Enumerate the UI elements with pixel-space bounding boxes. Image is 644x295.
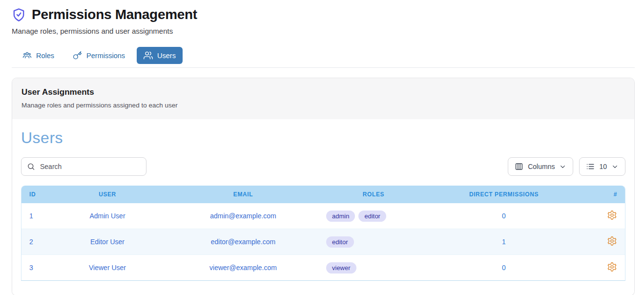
- cell-id: 1: [21, 203, 47, 229]
- chevron-down-icon: [611, 163, 619, 170]
- users-icon: [144, 51, 153, 60]
- page-title: Permissions Management: [32, 7, 197, 22]
- table-header-row: ID USER EMAIL ROLES DIRECT PERMISSIONS #: [21, 186, 625, 203]
- tab-roles[interactable]: Roles: [16, 47, 61, 64]
- cell-direct-permissions: 1: [429, 229, 579, 255]
- role-badge: viewer: [326, 262, 356, 274]
- tab-label: Roles: [36, 52, 54, 60]
- cell-user: Viewer User: [47, 255, 168, 280]
- user-assignments-card: User Assignments Manage roles and permis…: [12, 78, 635, 295]
- column-header-id: ID: [21, 186, 47, 203]
- card-subtitle: Manage roles and permissions assigned to…: [21, 102, 625, 109]
- cell-roles: viewer: [318, 255, 429, 280]
- table-row: 3 Viewer User viewer@example.com viewer …: [21, 255, 625, 280]
- column-header-direct-permissions: DIRECT PERMISSIONS: [429, 186, 579, 203]
- columns-button[interactable]: Columns: [508, 157, 573, 176]
- cell-user: Editor User: [47, 229, 168, 255]
- card-header: User Assignments Manage roles and permis…: [12, 78, 634, 119]
- page-header: Permissions Management: [12, 7, 635, 22]
- role-badge: editor: [326, 236, 354, 248]
- tab-label: Permissions: [86, 52, 125, 60]
- gear-icon: [607, 210, 617, 220]
- shield-check-icon: [12, 8, 26, 22]
- cell-user: Admin User: [47, 203, 168, 229]
- tab-label: Users: [157, 52, 176, 60]
- search-icon: [27, 163, 35, 171]
- role-badge: admin: [326, 211, 355, 222]
- page-subtitle: Manage roles, permissions and user assig…: [12, 27, 635, 35]
- table-row: 1 Admin User admin@example.com adminedit…: [21, 203, 625, 229]
- permissions-management-page: Permissions Management Manage roles, per…: [0, 0, 644, 295]
- columns-icon: [515, 162, 523, 171]
- cell-roles: admineditor: [318, 203, 429, 229]
- gear-icon: [607, 262, 617, 272]
- page-size-value: 10: [599, 163, 607, 170]
- cell-roles: editor: [318, 229, 429, 255]
- cell-email: viewer@example.com: [168, 255, 318, 280]
- cell-email: admin@example.com: [168, 203, 318, 229]
- cell-direct-permissions: 0: [429, 255, 579, 280]
- users-table-container: ID USER EMAIL ROLES DIRECT PERMISSIONS #…: [21, 186, 625, 281]
- cell-id: 3: [21, 255, 47, 280]
- tab-permissions[interactable]: Permissions: [66, 47, 132, 64]
- columns-button-label: Columns: [528, 163, 555, 170]
- column-header-actions: #: [579, 186, 625, 203]
- tab-bar: Roles Permissions Users: [12, 47, 635, 68]
- search-box: [21, 157, 146, 176]
- card-body: Users Columns: [12, 119, 634, 295]
- list-icon: [586, 162, 595, 171]
- cell-direct-permissions: 0: [429, 203, 579, 229]
- column-header-email: EMAIL: [168, 186, 318, 203]
- page-size-select[interactable]: 10: [579, 157, 625, 176]
- row-settings-button[interactable]: [607, 210, 617, 220]
- users-table: ID USER EMAIL ROLES DIRECT PERMISSIONS #…: [21, 186, 625, 280]
- row-settings-button[interactable]: [607, 236, 617, 246]
- cell-id: 2: [21, 229, 47, 255]
- table-toolbar: Columns 10: [21, 157, 625, 176]
- search-input[interactable]: [21, 157, 146, 176]
- card-title: User Assignments: [21, 87, 625, 97]
- users-section-heading: Users: [21, 129, 625, 147]
- column-header-user: USER: [47, 186, 168, 203]
- gear-icon: [607, 236, 617, 246]
- role-badge: editor: [358, 211, 386, 222]
- group-icon: [22, 51, 32, 60]
- key-icon: [73, 51, 82, 60]
- cell-email: editor@example.com: [168, 229, 318, 255]
- chevron-down-icon: [559, 163, 566, 170]
- cell-actions: [579, 203, 625, 229]
- table-row: 2 Editor User editor@example.com editor …: [21, 229, 625, 255]
- cell-actions: [579, 229, 625, 255]
- cell-actions: [579, 255, 625, 280]
- tab-users[interactable]: Users: [137, 47, 183, 64]
- row-settings-button[interactable]: [607, 262, 617, 272]
- column-header-roles: ROLES: [318, 186, 429, 203]
